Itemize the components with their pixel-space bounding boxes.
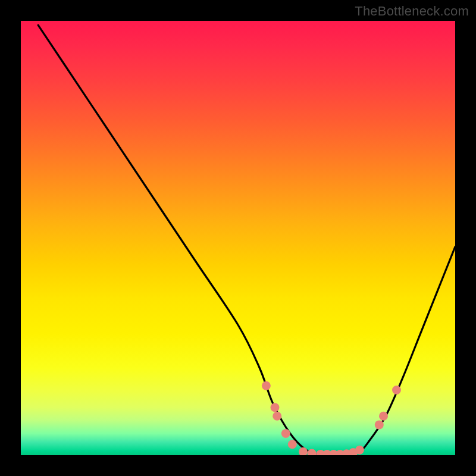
data-dot (281, 429, 290, 438)
data-dot (308, 449, 317, 455)
data-dot (262, 381, 271, 390)
data-dot (355, 446, 364, 455)
data-dot (299, 447, 308, 455)
chart-frame: TheBottleneck.com (0, 0, 476, 476)
watermark-text: TheBottleneck.com (355, 4, 469, 19)
curve-svg (21, 21, 455, 455)
data-dot (379, 412, 388, 421)
data-dot (273, 412, 281, 421)
data-dot (271, 403, 280, 412)
data-dot (375, 420, 384, 429)
data-dot (392, 386, 401, 394)
plot-area (21, 21, 455, 455)
dots-group (262, 381, 401, 455)
data-dot (288, 440, 297, 449)
